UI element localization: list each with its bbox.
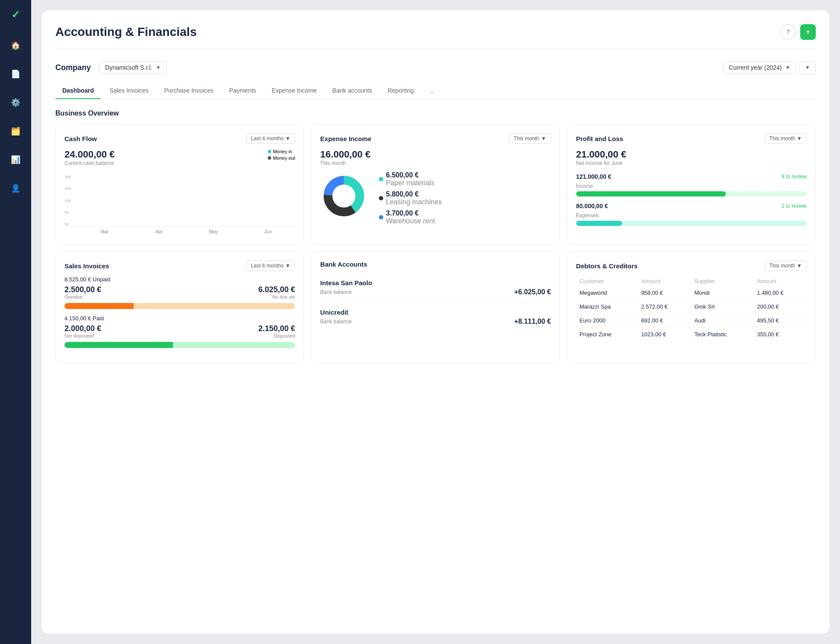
expense-income-filter[interactable]: This month ▼ <box>509 133 551 144</box>
unpaid-label: 8.525,00 € Unpaid <box>64 276 295 283</box>
sidebar-user-icon[interactable]: 👤 <box>7 180 24 196</box>
profit-loss-sub: Net income for June <box>576 160 807 166</box>
dc-table: Customer Amount Supplier Amount Megaworl… <box>576 276 807 341</box>
income-review[interactable]: 8 to review <box>782 174 807 180</box>
sales-invoices-filter-label: Last 6 months <box>251 263 283 269</box>
income-label: Income <box>576 183 593 189</box>
sidebar: ✓ 🏠 📄 ⚙️ 🗂️ 📊 👤 <box>0 0 31 644</box>
tab-payments[interactable]: Payments <box>222 83 263 99</box>
bar-label-jun: Jun <box>240 229 295 234</box>
dc-sup-2: Gmk Srl <box>691 300 753 314</box>
tab-reporting[interactable]: Reporting <box>381 83 421 99</box>
income-progress-fill <box>576 191 726 196</box>
notdeposited-bar-fill <box>64 342 173 348</box>
company-select[interactable]: Dynamicsoft S.r.l. ▼ <box>99 61 167 74</box>
year-dropdown-arrow: ▼ <box>785 64 790 71</box>
expenses-row-header: 80.000,00 € 2 to review <box>576 203 807 209</box>
dc-cust-1: Megaworld <box>576 286 638 300</box>
dc-filter[interactable]: This month ▼ <box>765 261 807 271</box>
bar-label-apr: Apr <box>132 229 186 234</box>
dc-camt-3: 692,00 € <box>638 314 691 328</box>
sales-invoices-filter[interactable]: Last 6 months ▼ <box>246 261 295 271</box>
bank-accounts-card: Bank Accounts Intesa San Paolo Bank bala… <box>311 251 560 363</box>
sales-invoices-filter-arrow: ▼ <box>285 263 290 269</box>
dc-samt-2: 200,00 € <box>753 300 807 314</box>
deposited-sub: Deposited <box>258 333 295 338</box>
sales-invoices-header: Sales Invoices Last 6 months ▼ <box>64 261 295 271</box>
donut-item-paper: 6.500,00 € Paper materials <box>379 171 442 187</box>
bank-unicredit-balance-row: Bank balance +8.111,00 € <box>320 318 551 325</box>
company-dropdown-arrow: ▼ <box>156 64 161 71</box>
paid-label: 4.150,00 € Paid <box>64 315 295 322</box>
extra-dropdown-arrow: ▼ <box>805 64 810 71</box>
help-button[interactable]: ? <box>780 24 796 40</box>
expense-income-sub: This month <box>320 160 551 166</box>
notdeposited-sub: Not deposited <box>64 333 101 338</box>
year-select[interactable]: Current year (2024) ▼ <box>723 61 796 74</box>
sidebar-chart-icon[interactable]: 📊 <box>7 151 24 168</box>
cash-flow-amount: 24.000,00 € <box>64 149 115 160</box>
donut-warehouse-amount: 3.700,00 € <box>386 209 435 217</box>
expense-income-filter-arrow: ▼ <box>541 135 546 142</box>
svg-point-3 <box>333 185 355 207</box>
sidebar-home-icon[interactable]: 🏠 <box>7 37 24 54</box>
overdue-sub: Overdue <box>64 294 101 299</box>
app-logo: ✓ <box>11 9 20 21</box>
unpaid-bar <box>64 303 295 309</box>
donut-item-warehouse: 3.700,00 € Warehouse rent <box>379 209 442 225</box>
dc-filter-arrow: ▼ <box>797 263 802 269</box>
debtors-creditors-card: Debtors & Creditors This month ▼ Custome… <box>567 251 816 363</box>
page-container: Accounting & Financials ? + Company Dyna… <box>42 10 830 634</box>
dc-cust-3: Euro 2000 <box>576 314 638 328</box>
overdue-bar-fill <box>64 303 134 309</box>
deposited-row: 2.000,00 € Not deposited 2.150,00 € Depo… <box>64 324 295 338</box>
donut-paper-amount: 6.500,00 € <box>386 171 434 179</box>
donut-dot-leasing <box>379 196 383 200</box>
main-content: Accounting & Financials ? + Company Dyna… <box>31 0 840 644</box>
header-actions: ? + <box>780 24 816 40</box>
tab-expense-income[interactable]: Expense Income <box>265 83 324 99</box>
sidebar-report-icon[interactable]: 🗂️ <box>7 123 24 139</box>
income-amount: 121.000,00 € <box>576 173 612 180</box>
expenses-review[interactable]: 2 to review <box>782 203 807 209</box>
legend-in-label: Money in <box>273 149 292 154</box>
dc-col-customer: Customer <box>576 276 638 286</box>
add-button[interactable]: + <box>800 24 816 40</box>
expenses-amount: 80.000,00 € <box>576 203 608 209</box>
cash-flow-filter-arrow: ▼ <box>285 135 290 142</box>
cash-flow-filter[interactable]: Last 4 months ▼ <box>246 133 295 144</box>
nodue-sub: No due yet <box>258 294 295 299</box>
paid-bar <box>64 342 295 348</box>
dc-filter-label: This month <box>769 263 795 269</box>
tab-more[interactable]: ... <box>423 83 442 99</box>
profit-loss-card: Profit and Loss This month ▼ 21.000,00 €… <box>567 124 816 245</box>
nodue-amount: 6.025,00 € <box>258 285 295 294</box>
dc-cust-4: Project Zone <box>576 328 638 341</box>
tab-dashboard[interactable]: Dashboard <box>55 83 101 99</box>
sidebar-doc-icon[interactable]: 📄 <box>7 66 24 82</box>
bank-unicredit: Unicredit Bank balance +8.111,00 € <box>320 303 551 332</box>
donut-section: 6.500,00 € Paper materials 5.800,00 € Le… <box>320 171 551 225</box>
sales-invoices-card: Sales Invoices Last 6 months ▼ 8.525,00 … <box>55 251 304 363</box>
cash-flow-header: Cash Flow Last 4 months ▼ <box>64 133 295 144</box>
tab-purchase-invoices[interactable]: Purchase Invoices <box>157 83 220 99</box>
extra-filter[interactable]: ▼ <box>799 61 816 74</box>
tab-bank-accounts[interactable]: Bank accounts <box>325 83 379 99</box>
tab-sales-invoices[interactable]: Sales Invoices <box>103 83 155 99</box>
profit-loss-filter-label: This month <box>769 135 795 142</box>
bar-chart: 35K 25K 15K 5K 0K <box>64 175 295 235</box>
cash-flow-title: Cash Flow <box>64 135 97 142</box>
bank-intesa: Intesa San Paolo Bank balance +6.025,00 … <box>320 273 551 303</box>
chart-legend: Money in Money out <box>268 149 295 161</box>
income-progress <box>576 191 807 196</box>
dc-camt-2: 2.572,00 € <box>638 300 691 314</box>
donut-warehouse-label: Warehouse rent <box>386 217 435 225</box>
bank-unicredit-balance-amount: +8.111,00 € <box>514 318 551 325</box>
sidebar-settings-icon[interactable]: ⚙️ <box>7 94 24 111</box>
legend-money-in: Money in <box>268 149 295 154</box>
dc-row-4: Project Zone 1023,00 € Teck Platistic 35… <box>576 328 807 341</box>
profit-loss-filter[interactable]: This month ▼ <box>765 133 807 144</box>
cash-flow-filter-label: Last 4 months <box>251 135 283 142</box>
cards-grid: Cash Flow Last 4 months ▼ 24.000,00 € Cu… <box>55 124 816 363</box>
bank-unicredit-name: Unicredit <box>320 309 551 316</box>
